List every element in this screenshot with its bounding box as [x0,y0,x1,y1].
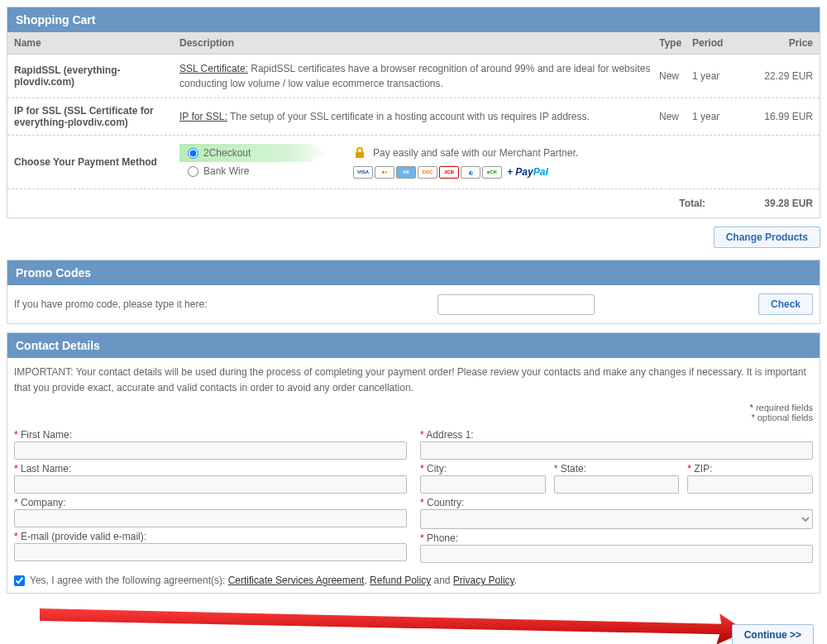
visa-icon: VISA [353,166,373,179]
item-desc: SSL Certificate: RapidSSL certificates h… [179,61,659,91]
promo-label: If you have promo code, please type it h… [14,298,428,310]
country-select[interactable] [420,509,813,529]
bottom-bar: Continue >> [7,608,820,644]
link-cert-agreement[interactable]: Certificate Services Agreement [228,575,365,586]
col-period: Period [692,37,739,49]
item-price: 16.99 EUR [739,111,813,122]
required-hint: required fields [756,403,813,413]
cart-table-header: Name Description Type Period Price [7,32,820,55]
item-name: RapidSSL (everything-plovdiv.com) [14,64,179,88]
payment-option-bankwire[interactable]: Bank Wire [179,162,328,180]
phone-input[interactable] [420,545,813,563]
shopping-cart-panel: Shopping Cart Name Description Type Peri… [7,7,820,218]
contact-panel: Contact Details IMPORTANT: Your contact … [7,332,820,594]
last-name-input[interactable] [14,475,407,494]
item-type: New [659,70,692,82]
item-desc: IP for SSL: The setup of your SSL certif… [179,109,659,124]
table-row: RapidSSL (everything-plovdiv.com) SSL Ce… [7,55,820,98]
state-label: * State: [554,463,680,475]
link-refund-policy[interactable]: Refund Policy [370,575,431,586]
desc-text: The setup of your SSL certificate in a h… [227,111,590,122]
zip-input[interactable] [687,475,813,494]
city-label: * City: [420,463,546,475]
payment-options: 2Checkout Bank Wire [179,144,328,180]
col-desc: Description [179,37,659,49]
link-privacy-policy[interactable]: Privacy Policy [453,575,514,586]
total-label: Total: [14,198,739,209]
promo-title: Promo Codes [7,260,820,285]
contact-notice: IMPORTANT: Your contact details will be … [14,365,813,396]
col-type: Type [659,37,692,49]
last-name-label: * Last Name: [14,463,407,475]
zip-label: * ZIP: [687,463,813,475]
phone-label: * Phone: [420,532,813,544]
total-value: 39.28 EUR [739,198,813,209]
agree-checkbox[interactable] [14,575,25,586]
change-products-wrap: Change Products [7,227,820,248]
promo-check-button[interactable]: Check [758,293,813,315]
contact-title: Contact Details [7,333,820,358]
svg-marker-0 [40,608,746,644]
payment-blurb-text: Pay easily and safe with our Merchant Pa… [373,147,578,159]
mastercard-icon: ●● [375,166,394,179]
continue-button[interactable]: Continue >> [732,624,814,644]
promo-input[interactable] [437,294,595,315]
agree-row: Yes, I agree with the following agreemen… [14,575,813,586]
state-input[interactable] [554,475,680,494]
first-name-label: * First Name: [14,429,407,441]
payment-option-2checkout[interactable]: 2Checkout [179,144,328,162]
change-products-button[interactable]: Change Products [714,227,820,248]
paypal-text: + PayPal [507,166,548,178]
item-price: 22.29 EUR [739,70,813,82]
item-name: IP for SSL (SSL Certificate for everythi… [14,105,179,128]
promo-body: If you have promo code, please type it h… [7,285,820,323]
diners-icon: ◐ [461,166,480,179]
radio-label: 2Checkout [203,147,251,159]
payment-label: Choose Your Payment Method [14,156,179,168]
lock-icon [353,146,366,160]
jcb-icon: JCB [439,166,459,179]
company-label: * Company: [14,497,407,508]
amex-icon: AE [396,166,416,179]
discover-icon: DSC [418,166,437,179]
echeck-icon: eCK [482,166,502,179]
cart-total-row: Total: 39.28 EUR [7,189,820,217]
country-label: * Country: [420,497,813,508]
legend: * required fields * optional fields [14,403,813,422]
agree-text: Yes, I agree with the following agreemen… [30,575,517,586]
contact-form: * First Name: * Last Name: * Company: * … [14,429,813,566]
item-period: 1 year [692,111,739,122]
first-name-input[interactable] [14,441,407,460]
radio-bankwire[interactable] [188,166,198,177]
desc-label: IP for SSL: [179,111,227,122]
optional-hint: optional fields [758,413,813,422]
payment-method-row: Choose Your Payment Method 2Checkout Ban… [7,136,820,189]
promo-panel: Promo Codes If you have promo code, plea… [7,260,820,324]
col-price: Price [739,37,813,49]
shopping-cart-title: Shopping Cart [7,7,820,32]
email-label: * E-mail (provide valid e-mail): [14,531,407,542]
desc-label: SSL Certificate: [179,63,248,74]
email-input[interactable] [14,543,407,561]
payment-blurb: Pay easily and safe with our Merchant Pa… [353,146,578,179]
red-arrow-icon [40,608,746,644]
radio-label: Bank Wire [203,165,249,177]
item-type: New [659,111,692,122]
radio-2checkout[interactable] [188,148,198,159]
item-period: 1 year [692,70,739,82]
desc-text: RapidSSL certificates have a browser rec… [179,63,650,89]
address-label: * Address 1: [420,429,813,441]
company-input[interactable] [14,509,407,527]
address-input[interactable] [420,441,813,460]
city-input[interactable] [420,475,546,494]
table-row: IP for SSL (SSL Certificate for everythi… [7,98,820,136]
col-name: Name [14,37,179,49]
payment-cards: VISA ●● AE DSC JCB ◐ eCK + PayPal [353,166,548,179]
